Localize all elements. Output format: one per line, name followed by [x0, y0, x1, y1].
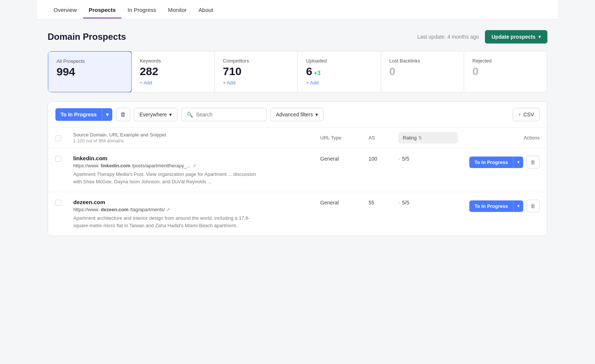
to-in-progress-button[interactable]: To In Progress	[55, 108, 102, 121]
row1-rating-value: 5/5	[402, 156, 409, 162]
advanced-filters-label: Advanced filters	[276, 112, 313, 117]
row2-snippet: Apartment architecture and interior desi…	[73, 215, 259, 229]
app-container: Overview Prospects In Progress Monitor A…	[37, 0, 558, 364]
actions-column-header: Actions	[458, 135, 540, 141]
row1-checkbox[interactable]	[55, 156, 61, 162]
row1-domain-name: linkedin.com	[73, 155, 320, 161]
everywhere-label: Everywhere	[139, 112, 167, 117]
stat-keywords[interactable]: Keywords 282 + Add	[132, 51, 215, 92]
nav-item-in-progress[interactable]: In Progress	[122, 0, 162, 19]
table-row: linkedin.com https://www.linkedin.com/po…	[48, 148, 547, 192]
row2-domain-url: https://www.dezeen.com/tag/apartments/ ↗	[73, 207, 320, 212]
header-right: Last update: 4 months ago Update prospec…	[417, 30, 547, 44]
chevron-down-icon: ▾	[315, 112, 318, 117]
row1-url-type: General	[320, 155, 369, 162]
lost-backlinks-value: 0	[389, 66, 456, 77]
row2-as: 55	[369, 199, 398, 206]
stat-lost-backlinks[interactable]: Lost Backlinks 0	[381, 51, 464, 92]
row2-caret-icon: ▾	[517, 203, 520, 209]
nav-item-about[interactable]: About	[193, 0, 219, 19]
row2-url-suffix: /tag/apartments/	[130, 207, 165, 212]
rating-column-header[interactable]: Rating ⇅	[398, 132, 458, 144]
all-prospects-label: All Prospects	[57, 58, 123, 64]
page-title: Domain Prospects	[48, 32, 126, 42]
as-column-header: AS	[369, 135, 398, 141]
table-header: Source Domain, URL Example and Snippet 1…	[48, 128, 547, 148]
nav-item-overview[interactable]: Overview	[48, 0, 83, 19]
source-column-header: Source Domain, URL Example and Snippet 1…	[73, 132, 320, 144]
row1-actions: To In Progress ▾ 🗑	[458, 155, 540, 168]
row1-snippet: Apartment Therapy Media's Post. View org…	[73, 171, 259, 185]
row2-to-in-progress-button[interactable]: To In Progress	[469, 200, 513, 212]
rejected-value: 0	[472, 66, 539, 77]
uploaded-add[interactable]: + Add	[306, 80, 373, 86]
row1-to-in-progress-caret[interactable]: ▾	[513, 157, 523, 168]
delete-button[interactable]: 🗑	[116, 108, 130, 121]
search-box[interactable]: 🔍	[181, 108, 267, 121]
advanced-filters-dropdown[interactable]: Advanced filters ▾	[270, 108, 324, 121]
row1-caret-icon: ▾	[517, 160, 520, 165]
nav-item-prospects[interactable]: Prospects	[83, 0, 122, 19]
update-prospects-label: Update prospects	[492, 34, 536, 40]
stats-row: All Prospects 994 Keywords 282 + Add Com…	[48, 51, 547, 93]
row2-rating-value: 5/5	[402, 200, 409, 206]
row2-checkbox-cell	[55, 199, 73, 206]
url-type-column-header: URL Type	[320, 135, 369, 141]
upload-icon: ↑	[518, 112, 521, 117]
row1-url-suffix: /posts/apartmenttherapy_...	[132, 163, 191, 168]
everywhere-dropdown[interactable]: Everywhere ▾	[134, 108, 177, 121]
row2-domain-cell: dezeen.com https://www.dezeen.com/tag/ap…	[73, 199, 320, 229]
stat-rejected[interactable]: Rejected 0	[464, 51, 547, 92]
select-all-checkbox[interactable]	[55, 135, 61, 141]
uploaded-plus3: +3	[314, 70, 321, 77]
toolbar: To In Progress ▾ 🗑 Everywhere ▾ 🔍 Advanc…	[48, 102, 547, 128]
row2-domain-name: dezeen.com	[73, 199, 320, 205]
row1-as: 100	[369, 155, 398, 162]
row2-checkbox[interactable]	[55, 200, 61, 206]
row1-delete-button[interactable]: 🗑	[526, 156, 540, 168]
row2-to-in-progress-caret[interactable]: ▾	[513, 200, 523, 212]
row2-delete-button[interactable]: 🗑	[526, 200, 540, 212]
row2-external-link-icon[interactable]: ↗	[166, 207, 170, 212]
keywords-add[interactable]: + Add	[140, 80, 206, 86]
rejected-label: Rejected	[472, 58, 539, 64]
stat-uploaded[interactable]: Uploaded 6 +3 + Add	[298, 51, 381, 92]
row1-rating-chevron: ›	[398, 156, 400, 161]
row2-rating: › 5/5	[398, 199, 458, 206]
search-input[interactable]	[196, 112, 261, 117]
competitors-label: Competitors	[223, 58, 289, 64]
keywords-value: 282	[140, 66, 206, 77]
chevron-down-icon: ▾	[169, 112, 172, 117]
update-prospects-button[interactable]: Update prospects ▾	[485, 30, 547, 44]
row2-action-group: To In Progress ▾	[469, 200, 523, 212]
row1-domain-cell: linkedin.com https://www.linkedin.com/po…	[73, 155, 320, 185]
sort-icon: ⇅	[418, 135, 422, 141]
keywords-label: Keywords	[140, 58, 206, 64]
competitors-value: 710	[223, 66, 289, 77]
to-in-progress-group: To In Progress ▾	[55, 108, 112, 121]
row2-trash-icon: 🗑	[530, 203, 536, 209]
nav-item-monitor[interactable]: Monitor	[162, 0, 193, 19]
search-icon: 🔍	[187, 112, 193, 117]
rating-sort[interactable]: Rating ⇅	[398, 132, 458, 144]
page-header: Domain Prospects Last update: 4 months a…	[37, 20, 558, 51]
uploaded-label: Uploaded	[306, 58, 373, 64]
row1-checkbox-cell	[55, 155, 73, 162]
stat-competitors[interactable]: Competitors 710 + Add	[215, 51, 298, 92]
row1-url-bold: linkedin.com	[101, 163, 130, 168]
competitors-add[interactable]: + Add	[223, 80, 289, 86]
to-in-progress-caret[interactable]: ▾	[102, 108, 112, 121]
row1-to-in-progress-button[interactable]: To In Progress	[469, 157, 513, 168]
stat-all-prospects[interactable]: All Prospects 994	[48, 51, 132, 93]
csv-button[interactable]: ↑ CSV	[513, 108, 540, 121]
external-link-icon[interactable]: ↗	[192, 163, 196, 168]
row2-actions: To In Progress ▾ 🗑	[458, 199, 540, 212]
row1-action-group: To In Progress ▾	[469, 157, 523, 168]
main-panel: To In Progress ▾ 🗑 Everywhere ▾ 🔍 Advanc…	[48, 102, 547, 236]
table-row: dezeen.com https://www.dezeen.com/tag/ap…	[48, 192, 547, 236]
nav-bar: Overview Prospects In Progress Monitor A…	[37, 0, 558, 20]
row2-url-prefix: https://www.	[73, 207, 99, 212]
row1-domain-url: https://www.linkedin.com/posts/apartment…	[73, 163, 320, 168]
source-sublabel: 1-100 out of 994 domains	[73, 138, 320, 144]
all-prospects-value: 994	[57, 66, 123, 77]
